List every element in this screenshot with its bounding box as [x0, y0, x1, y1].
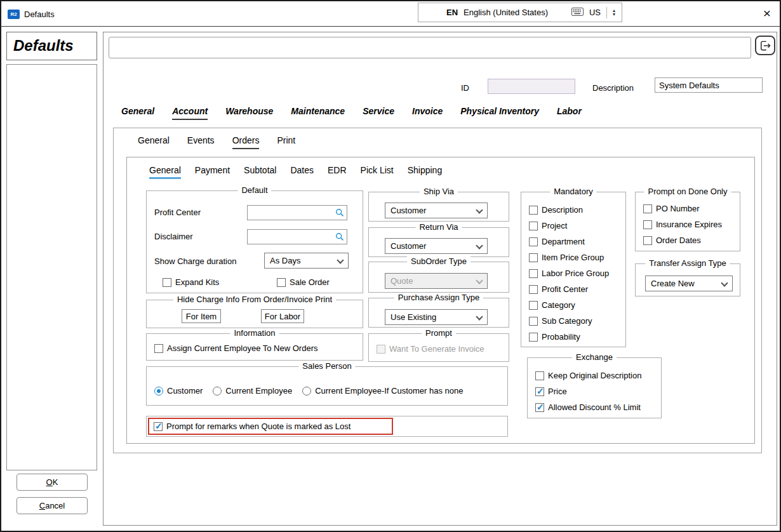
- radio-customer[interactable]: Customer: [154, 386, 203, 396]
- hide-charge-info-group: Hide Charge Info From Order/Invoice Prin…: [146, 300, 363, 328]
- tab-general[interactable]: General: [121, 106, 154, 120]
- sales-person-radio-row: Customer Current Employee Current Employ…: [154, 386, 464, 396]
- suborder-type-group: SubOrder Type Quote: [368, 262, 509, 293]
- mandatory-profit-center-checkbox[interactable]: Profit Center: [529, 284, 588, 294]
- profit-center-input[interactable]: [247, 205, 347, 220]
- checkbox-box: [529, 237, 538, 246]
- mandatory-sub-category-checkbox[interactable]: Sub Category: [529, 316, 592, 326]
- close-icon[interactable]: ×: [763, 6, 771, 21]
- ship-via-select[interactable]: Customer: [385, 203, 488, 218]
- mandatory-item-price-group-checkbox[interactable]: Item Price Group: [529, 253, 604, 262]
- langbar-spinner[interactable]: ▴▾: [613, 9, 615, 17]
- checkbox-box: [529, 333, 538, 342]
- sales-person-title: Sales Person: [298, 361, 355, 371]
- radio-label: Current Employee-If Customer has none: [315, 386, 463, 396]
- tab-warehouse[interactable]: Warehouse: [225, 106, 273, 120]
- langbar-divider: [606, 7, 607, 18]
- information-group-title: Information: [230, 328, 279, 338]
- information-group: Information Assign Current Employee To N…: [146, 333, 363, 361]
- search-icon[interactable]: [335, 208, 344, 219]
- tab-orders-shipping[interactable]: Shipping: [408, 165, 443, 179]
- checkbox-box: [535, 387, 544, 396]
- for-item-button[interactable]: For Item: [182, 309, 221, 323]
- description-input[interactable]: [655, 77, 763, 93]
- tab-service[interactable]: Service: [363, 106, 394, 120]
- selected-value: Create New: [651, 279, 695, 288]
- logout-icon: [759, 39, 771, 52]
- return-via-select[interactable]: Customer: [385, 238, 488, 254]
- purchase-assign-type-select[interactable]: Use Existing: [385, 309, 488, 325]
- default-group: Default Profit Center Disclaimer Show Ch…: [146, 190, 363, 293]
- checkbox-box: [535, 403, 544, 412]
- transfer-assign-type-group: Transfer Assign Type Create New: [635, 263, 740, 296]
- sale-order-checkbox[interactable]: Sale Order: [277, 277, 330, 287]
- checkbox-label: Sale Order: [290, 277, 330, 287]
- show-charge-duration-select[interactable]: As Days: [264, 253, 349, 269]
- checkbox-label: Prompt for remarks when Quote is marked …: [166, 422, 350, 431]
- tab-invoice[interactable]: Invoice: [412, 106, 443, 120]
- price-checkbox[interactable]: Price: [535, 387, 567, 396]
- checkbox-label: Keep Original Description: [548, 371, 641, 380]
- exit-button[interactable]: [755, 36, 775, 55]
- checkbox-label: Category: [542, 300, 575, 310]
- cancel-button-label: Cancel: [39, 501, 65, 510]
- mandatory-description-checkbox[interactable]: Description: [529, 205, 583, 215]
- order-dates-checkbox[interactable]: Order Dates: [643, 236, 701, 245]
- checkbox-box: [163, 278, 171, 287]
- chevron-down-icon: [337, 256, 344, 263]
- assign-current-employee-checkbox[interactable]: Assign Current Employee To New Orders: [154, 343, 317, 353]
- tab-orders-general[interactable]: General: [149, 165, 181, 179]
- cancel-button[interactable]: Cancel: [17, 497, 88, 514]
- tab-orders-dates[interactable]: Dates: [290, 165, 314, 179]
- tab-labor[interactable]: Labor: [557, 106, 582, 120]
- prompt-remarks-checkbox[interactable]: Prompt for remarks when Quote is marked …: [154, 422, 350, 431]
- for-labor-button[interactable]: For Labor: [261, 309, 304, 323]
- allowed-discount-limit-checkbox[interactable]: Allowed Discount % Limit: [535, 402, 641, 412]
- checkbox-label: Description: [542, 205, 583, 215]
- mandatory-group-title: Mandatory: [550, 187, 596, 196]
- language-bar[interactable]: EN English (United States) US: [418, 3, 622, 22]
- checkbox-box: [529, 206, 538, 215]
- mandatory-probability-checkbox[interactable]: Probability: [529, 332, 580, 342]
- tab-account-orders[interactable]: Orders: [232, 135, 260, 149]
- tab-account[interactable]: Account: [172, 106, 208, 120]
- tab-orders-payment[interactable]: Payment: [195, 165, 230, 179]
- insurance-expires-checkbox[interactable]: Insurance Expires: [643, 220, 722, 229]
- tab-orders-pick-list[interactable]: Pick List: [361, 165, 394, 179]
- window-title: Defaults: [24, 10, 55, 19]
- tab-physical-inventory[interactable]: Physical Inventory: [460, 106, 539, 120]
- po-number-checkbox[interactable]: PO Number: [643, 204, 700, 213]
- radio-current-employee-if-none[interactable]: Current Employee-If Customer has none: [302, 386, 463, 396]
- mandatory-labor-price-group-checkbox[interactable]: Labor Price Group: [529, 269, 609, 278]
- mandatory-department-checkbox[interactable]: Department: [529, 237, 585, 246]
- search-icon[interactable]: [335, 232, 344, 243]
- id-input[interactable]: [488, 79, 575, 94]
- account-tab-panel: General Events Orders Print General Paym…: [113, 128, 762, 453]
- checkbox-box: [529, 222, 538, 230]
- radio-current-employee[interactable]: Current Employee: [213, 386, 292, 396]
- want-generate-invoice-checkbox: Want To Generate Invoice: [377, 344, 484, 354]
- expand-kits-checkbox[interactable]: Expand Kits: [163, 277, 219, 287]
- checkbox-label: Project: [542, 221, 567, 230]
- purchase-assign-type-group: Purchase Assign Type Use Existing: [368, 298, 509, 328]
- tab-orders-subtotal[interactable]: Subtotal: [244, 165, 276, 179]
- checkbox-box: [277, 278, 286, 287]
- mandatory-category-checkbox[interactable]: Category: [529, 300, 575, 310]
- radio-label: Current Employee: [225, 386, 292, 396]
- main-tab-bar: General Account Warehouse Maintenance Se…: [121, 106, 582, 120]
- keep-original-description-checkbox[interactable]: Keep Original Description: [535, 371, 641, 380]
- checkbox-label: Department: [542, 237, 585, 246]
- ok-button[interactable]: OK: [17, 474, 88, 491]
- transfer-assign-type-select[interactable]: Create New: [645, 276, 733, 291]
- ok-button-label: OK: [46, 477, 58, 487]
- disclaimer-input[interactable]: [247, 229, 347, 244]
- for-labor-label: For Labor: [265, 312, 300, 321]
- prompt-group-title: Prompt: [422, 328, 456, 338]
- tab-orders-edr[interactable]: EDR: [328, 165, 347, 179]
- tab-maintenance[interactable]: Maintenance: [291, 106, 345, 120]
- tab-account-general[interactable]: General: [138, 135, 170, 149]
- tab-account-events[interactable]: Events: [187, 135, 215, 149]
- mandatory-project-checkbox[interactable]: Project: [529, 221, 567, 230]
- chevron-down-icon: [721, 279, 728, 286]
- tab-account-print[interactable]: Print: [277, 135, 295, 149]
